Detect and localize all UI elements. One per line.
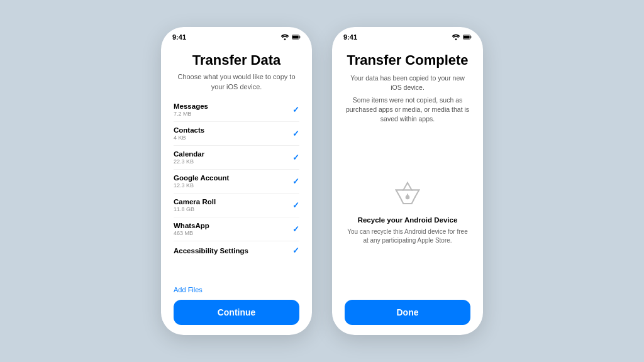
left-phone: 9:41 Transfer Data Choose what you would… bbox=[161, 27, 312, 335]
svg-point-4 bbox=[455, 38, 457, 40]
item-name: WhatsApp bbox=[174, 222, 209, 229]
status-time-right: 9:41 bbox=[343, 33, 357, 41]
transfer-data-title: Transfer Data bbox=[174, 52, 299, 69]
item-name: Accessibility Settings bbox=[174, 247, 248, 255]
list-item[interactable]: Google Account12.3 KB✓ bbox=[174, 170, 299, 194]
item-name: Google Account bbox=[174, 174, 229, 182]
svg-rect-6 bbox=[470, 36, 471, 38]
transfer-complete-desc2: Some items were not copied, such as purc… bbox=[345, 96, 470, 123]
right-phone: 9:41 Transfer Complete Your data has bee… bbox=[332, 27, 483, 335]
recycle-icon bbox=[392, 178, 423, 210]
checkmark-icon: ✓ bbox=[292, 177, 299, 186]
status-icons-right bbox=[452, 34, 472, 40]
checkmark-icon: ✓ bbox=[292, 224, 299, 234]
item-name: Camera Roll bbox=[174, 198, 216, 206]
checkmark-icon: ✓ bbox=[292, 153, 299, 162]
svg-rect-3 bbox=[292, 36, 299, 39]
continue-button[interactable]: Continue bbox=[174, 300, 299, 325]
transfer-complete-title: Transfer Complete bbox=[347, 52, 468, 69]
transfer-data-subtitle: Choose what you would like to copy to yo… bbox=[174, 72, 299, 92]
transfer-items-list: Messages7.2 MB✓Contacts4 KB✓Calendar22.3… bbox=[174, 98, 299, 282]
item-size: 7.2 MB bbox=[174, 111, 208, 117]
list-item[interactable]: Camera Roll11.8 GB✓ bbox=[174, 194, 299, 217]
list-item[interactable]: Accessibility Settings✓ bbox=[174, 241, 299, 260]
wifi-icon-left bbox=[280, 34, 289, 40]
svg-point-0 bbox=[284, 38, 286, 40]
item-size: 4 KB bbox=[174, 134, 204, 141]
svg-rect-2 bbox=[299, 36, 300, 38]
checkmark-icon: ✓ bbox=[292, 105, 299, 114]
checkmark-icon: ✓ bbox=[292, 246, 299, 255]
right-phone-content: Transfer Complete Your data has been cop… bbox=[332, 43, 483, 335]
recycle-desc: You can recycle this Android device for … bbox=[345, 228, 470, 245]
list-item[interactable]: WhatsApp463 MB✓ bbox=[174, 217, 299, 241]
battery-icon-right bbox=[463, 34, 472, 40]
done-button[interactable]: Done bbox=[345, 300, 470, 325]
status-bar-right: 9:41 bbox=[332, 27, 483, 43]
item-name: Contacts bbox=[174, 126, 204, 134]
svg-point-8 bbox=[406, 195, 410, 199]
status-bar-left: 9:41 bbox=[161, 27, 312, 43]
checkmark-icon: ✓ bbox=[292, 200, 299, 210]
status-icons-left bbox=[280, 34, 301, 40]
item-size: 463 MB bbox=[174, 230, 209, 236]
battery-icon-left bbox=[292, 34, 301, 40]
list-item[interactable]: Messages7.2 MB✓ bbox=[174, 98, 299, 122]
list-item[interactable]: Contacts4 KB✓ bbox=[174, 122, 299, 146]
recycle-title: Recycle your Android Device bbox=[358, 216, 458, 224]
wifi-icon-right bbox=[452, 34, 460, 40]
item-name: Messages bbox=[174, 102, 208, 110]
left-phone-content: Transfer Data Choose what you would like… bbox=[161, 43, 312, 335]
list-item[interactable]: Calendar22.3 KB✓ bbox=[174, 146, 299, 170]
item-size: 11.8 GB bbox=[174, 206, 216, 212]
transfer-complete-desc1: Your data has been copied to your new iO… bbox=[345, 74, 470, 92]
status-time-left: 9:41 bbox=[172, 33, 186, 41]
checkmark-icon: ✓ bbox=[292, 129, 299, 138]
recycle-section: Recycle your Android Device You can recy… bbox=[345, 133, 470, 300]
item-size: 12.3 KB bbox=[174, 182, 229, 189]
svg-rect-7 bbox=[464, 36, 470, 39]
add-files-link[interactable]: Add Files bbox=[174, 286, 299, 293]
item-name: Calendar bbox=[174, 150, 204, 158]
item-size: 22.3 KB bbox=[174, 158, 204, 165]
